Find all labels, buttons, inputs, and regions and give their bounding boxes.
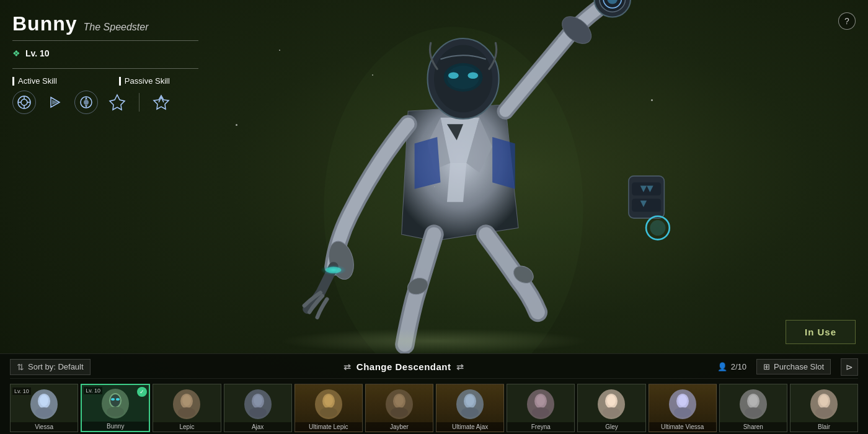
svg-point-81 bbox=[603, 407, 620, 417]
level-text: Lv. 10 bbox=[25, 48, 50, 58]
svg-point-66 bbox=[324, 395, 333, 406]
skill-icon-3[interactable] bbox=[74, 91, 98, 114]
name-divider bbox=[12, 40, 198, 41]
purchase-label: Purchase Slot bbox=[774, 362, 824, 371]
sort-label: Sort by: Default bbox=[28, 362, 84, 371]
char-card-bunny[interactable]: Lv. 10 ✓ Bunny bbox=[81, 384, 150, 432]
purchase-slot-button[interactable]: ⊞ Purchase Slot bbox=[756, 359, 831, 374]
char-face-svg bbox=[738, 389, 769, 420]
sort-button[interactable]: ⇅ Sort by: Default bbox=[10, 359, 91, 375]
char-card-ultimate-viessa[interactable]: Ultimate Viessa bbox=[649, 384, 717, 432]
svg-point-90 bbox=[749, 395, 758, 406]
char-card-freyna[interactable]: Freyna bbox=[507, 384, 575, 432]
char-face-svg bbox=[100, 388, 131, 419]
char-card-ajax[interactable]: Ajax bbox=[224, 384, 292, 432]
char-face-svg bbox=[384, 389, 415, 420]
svg-point-70 bbox=[395, 395, 404, 406]
svg-point-65 bbox=[320, 407, 337, 417]
char-card-jayber[interactable]: Jayber bbox=[365, 384, 433, 432]
char-name-lepic: Lepic bbox=[153, 422, 220, 432]
char-portrait-freyna bbox=[507, 386, 574, 422]
level-divider bbox=[12, 68, 198, 69]
skill-icon-passive[interactable] bbox=[149, 91, 173, 114]
skills-section: Active Skill Passive Skill bbox=[12, 76, 198, 114]
info-panel: Bunny The Speedster ❖ Lv. 10 Active Skil… bbox=[12, 12, 198, 114]
slots-label: 2/10 bbox=[731, 362, 746, 371]
char-face-svg bbox=[596, 389, 627, 420]
pin-icon: ⊳ bbox=[846, 362, 853, 372]
char-name-bunny: Bunny bbox=[82, 422, 149, 431]
char-name-jayber: Jayber bbox=[366, 422, 433, 432]
skill-icon-1[interactable] bbox=[12, 91, 36, 114]
level-icon: ❖ bbox=[12, 48, 20, 58]
skill-divider bbox=[139, 93, 140, 112]
svg-point-58 bbox=[182, 395, 191, 406]
char-face-svg bbox=[313, 389, 344, 420]
char-card-ultimate-ajax[interactable]: Ultimate Ajax bbox=[436, 384, 504, 432]
char-level-bunny: Lv. 10 bbox=[84, 387, 102, 394]
svg-point-53 bbox=[111, 398, 115, 401]
svg-point-94 bbox=[820, 395, 828, 406]
svg-point-43 bbox=[84, 100, 89, 105]
char-face-svg bbox=[667, 389, 698, 420]
char-card-lepic[interactable]: Lepic bbox=[153, 384, 221, 432]
passive-label-bar bbox=[119, 77, 121, 86]
active-skill-label: Active Skill bbox=[12, 76, 57, 86]
svg-point-47 bbox=[35, 407, 53, 417]
char-card-ultimate-lepic[interactable]: Ultimate Lepic bbox=[294, 384, 363, 432]
slots-info: 👤 2/10 bbox=[717, 362, 746, 371]
char-portrait-ultimate-viessa bbox=[649, 386, 716, 422]
char-level-viessa: Lv. 10 bbox=[12, 388, 31, 395]
char-portrait-ajax bbox=[224, 386, 291, 422]
svg-point-89 bbox=[745, 407, 762, 417]
character-name: Bunny bbox=[12, 12, 78, 35]
svg-point-69 bbox=[391, 407, 408, 417]
active-label-bar bbox=[12, 77, 14, 86]
char-name-ultimate-ajax: Ultimate Ajax bbox=[436, 422, 503, 432]
sort-icon: ⇅ bbox=[17, 362, 24, 372]
char-name-sharen: Sharen bbox=[720, 422, 787, 432]
skill-icons-row bbox=[12, 91, 198, 114]
character-subtitle: The Speedster bbox=[84, 22, 149, 33]
svg-point-62 bbox=[254, 395, 262, 406]
svg-point-28 bbox=[467, 72, 478, 78]
svg-point-74 bbox=[466, 395, 474, 406]
svg-marker-31 bbox=[415, 137, 441, 189]
char-card-blair[interactable]: Blair bbox=[790, 384, 858, 432]
svg-point-48 bbox=[40, 395, 48, 406]
skill-icon-2[interactable] bbox=[43, 91, 67, 114]
char-portrait-lepic bbox=[153, 386, 220, 422]
svg-point-35 bbox=[21, 99, 27, 105]
char-card-viessa[interactable]: Lv. 10 Viessa bbox=[10, 384, 78, 432]
svg-point-61 bbox=[249, 407, 267, 417]
character-art bbox=[186, 0, 682, 353]
char-portrait-gley bbox=[578, 386, 645, 422]
char-card-sharen[interactable]: Sharen bbox=[719, 384, 787, 432]
slots-icon: 👤 bbox=[717, 362, 727, 371]
pin-button[interactable]: ⊳ bbox=[841, 358, 858, 376]
svg-marker-32 bbox=[492, 137, 515, 189]
char-name-ultimate-lepic: Ultimate Lepic bbox=[295, 422, 362, 432]
change-icon-left: ⇄ bbox=[343, 362, 352, 372]
char-portrait-sharen bbox=[720, 386, 787, 422]
svg-point-78 bbox=[536, 395, 545, 406]
char-portrait-viessa: Lv. 10 bbox=[11, 386, 78, 422]
roster-row: Lv. 10 Viessa Lv. 10 ✓ Bunny bbox=[10, 379, 858, 433]
char-face-svg bbox=[525, 389, 556, 420]
char-active-check: ✓ bbox=[137, 387, 147, 397]
help-button[interactable]: ? bbox=[838, 12, 856, 30]
svg-point-52 bbox=[110, 394, 120, 407]
svg-point-51 bbox=[107, 407, 124, 417]
svg-point-82 bbox=[607, 395, 616, 406]
char-face-svg bbox=[171, 389, 202, 420]
char-card-gley[interactable]: Gley bbox=[577, 384, 645, 432]
char-face-svg bbox=[242, 389, 273, 420]
svg-rect-16 bbox=[632, 182, 661, 195]
change-descendant-label: Change Descendant bbox=[356, 361, 451, 372]
svg-marker-5 bbox=[447, 163, 466, 202]
char-name-ajax: Ajax bbox=[224, 422, 291, 432]
change-descendant-button[interactable]: ⇄ Change Descendant ⇄ bbox=[100, 361, 707, 372]
svg-rect-15 bbox=[629, 176, 665, 218]
char-portrait-jayber bbox=[366, 386, 433, 422]
skill-icon-4[interactable] bbox=[105, 91, 129, 114]
